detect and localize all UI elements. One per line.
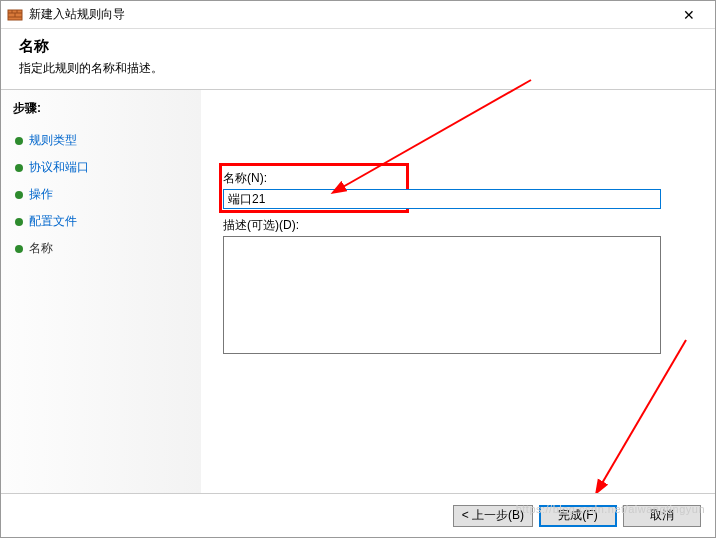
- step-name[interactable]: 名称: [13, 235, 189, 262]
- wizard-header: 名称 指定此规则的名称和描述。: [1, 29, 715, 90]
- window-title: 新建入站规则向导: [29, 6, 669, 23]
- name-label: 名称(N):: [223, 170, 661, 187]
- steps-sidebar: 步骤: 规则类型 协议和端口 操作 配置文件 名称: [1, 90, 201, 495]
- page-title: 名称: [19, 37, 697, 56]
- step-label: 操作: [29, 186, 53, 203]
- steps-heading: 步骤:: [13, 100, 189, 117]
- bullet-icon: [15, 245, 23, 253]
- titlebar: 新建入站规则向导 ✕: [1, 1, 715, 29]
- bullet-icon: [15, 164, 23, 172]
- close-icon: ✕: [683, 7, 695, 23]
- page-subtitle: 指定此规则的名称和描述。: [19, 60, 697, 77]
- step-rule-type[interactable]: 规则类型: [13, 127, 189, 154]
- bullet-icon: [15, 137, 23, 145]
- back-button[interactable]: < 上一步(B): [453, 505, 533, 527]
- step-protocol-port[interactable]: 协议和端口: [13, 154, 189, 181]
- name-input[interactable]: [223, 189, 661, 209]
- step-label: 名称: [29, 240, 53, 257]
- close-button[interactable]: ✕: [669, 4, 709, 26]
- wizard-footer: < 上一步(B) 完成(F) 取消: [1, 493, 715, 537]
- content-panel: 名称(N): 描述(可选)(D):: [201, 90, 715, 495]
- step-label: 配置文件: [29, 213, 77, 230]
- description-label: 描述(可选)(D):: [223, 217, 661, 234]
- step-action[interactable]: 操作: [13, 181, 189, 208]
- bullet-icon: [15, 218, 23, 226]
- step-label: 规则类型: [29, 132, 77, 149]
- cancel-button[interactable]: 取消: [623, 505, 701, 527]
- firewall-icon: [7, 7, 23, 23]
- step-label: 协议和端口: [29, 159, 89, 176]
- step-profile[interactable]: 配置文件: [13, 208, 189, 235]
- bullet-icon: [15, 191, 23, 199]
- finish-button[interactable]: 完成(F): [539, 505, 617, 527]
- description-textarea[interactable]: [223, 236, 661, 354]
